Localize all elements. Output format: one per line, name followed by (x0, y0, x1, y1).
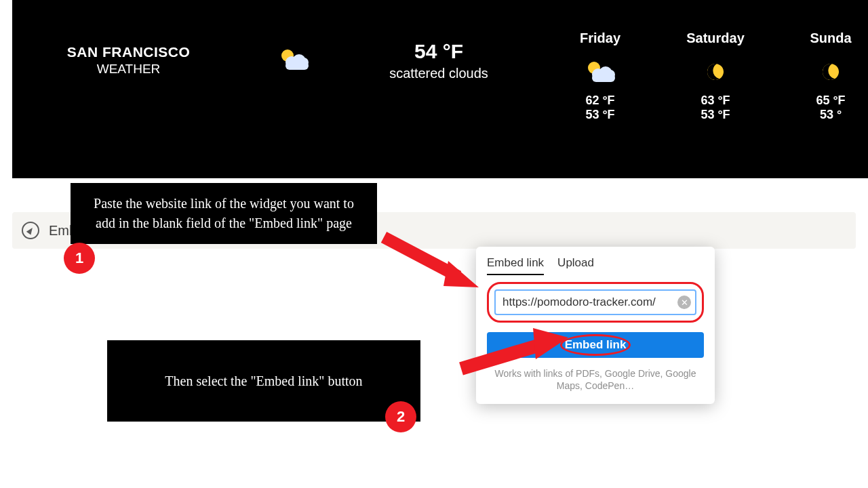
sun-cloud-icon (563, 60, 637, 84)
current-temp-block: 54 °F scattered clouds (342, 30, 536, 81)
compass-icon (22, 222, 39, 239)
forecast-day: Saturday 63 °F 53 °F (678, 30, 753, 122)
url-input[interactable] (494, 289, 696, 315)
forecast-lo: 53 ° (793, 108, 868, 122)
current-weather-icon (245, 30, 342, 70)
forecast-day-name: Saturday (678, 30, 753, 46)
current-temp: 54 °F (342, 40, 536, 63)
sun-cloud-icon (280, 49, 307, 70)
step-badge-2: 2 (385, 401, 416, 432)
tab-upload[interactable]: Upload (557, 256, 594, 275)
forecast-row: Friday 62 °F 53 °F Saturday 63 °F 53 °F … (563, 30, 868, 122)
forecast-day: Sunda 65 °F 53 ° (793, 30, 868, 122)
moon-icon (793, 60, 868, 84)
city-block: SAN FRANCISCO WEATHER (12, 30, 245, 77)
forecast-hi: 63 °F (678, 94, 753, 108)
embed-link-button-label: Embed link (565, 338, 627, 351)
forecast-lo: 53 °F (678, 108, 753, 122)
forecast-day: Friday 62 °F 53 °F (563, 30, 637, 122)
popup-tabs: Embed link Upload (487, 256, 704, 275)
forecast-lo: 53 °F (563, 108, 637, 122)
weather-label: WEATHER (12, 62, 245, 77)
forecast-day-name: Friday (563, 30, 637, 46)
tab-embed-link[interactable]: Embed link (487, 256, 544, 275)
instruction-step-2: Then select the "Embed link" button (107, 340, 420, 422)
url-field-highlight: ✕ (487, 282, 704, 323)
city-name: SAN FRANCISCO (12, 44, 245, 60)
popup-help-text: Works with links of PDFs, Google Drive, … (487, 367, 704, 392)
svg-marker-1 (443, 261, 479, 287)
forecast-hi: 62 °F (563, 94, 637, 108)
instruction-step-1: Paste the website link of the widget you… (71, 183, 377, 244)
forecast-day-name: Sunda (793, 30, 868, 46)
clear-input-icon[interactable]: ✕ (677, 296, 691, 309)
step-badge-1: 1 (64, 243, 95, 274)
current-conditions: scattered clouds (342, 66, 536, 81)
weather-widget: SAN FRANCISCO WEATHER 54 °F scattered cl… (12, 0, 868, 178)
forecast-hi: 65 °F (793, 94, 868, 108)
moon-icon (678, 60, 753, 84)
embed-link-button[interactable]: Embed link (487, 332, 704, 358)
embed-popup: Embed link Upload ✕ Embed link Works wit… (476, 247, 715, 404)
